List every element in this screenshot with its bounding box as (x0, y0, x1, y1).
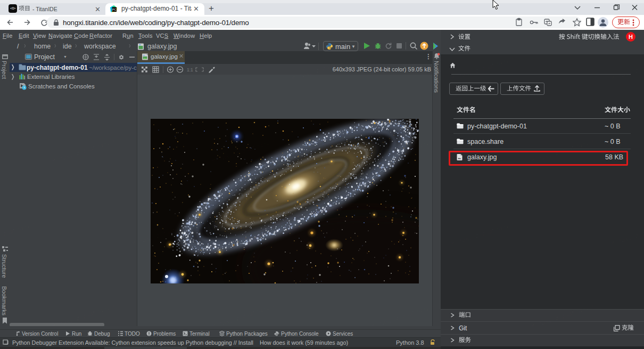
svg-text:1:1: 1:1 (187, 67, 193, 72)
svg-text:PC: PC (112, 8, 117, 11)
